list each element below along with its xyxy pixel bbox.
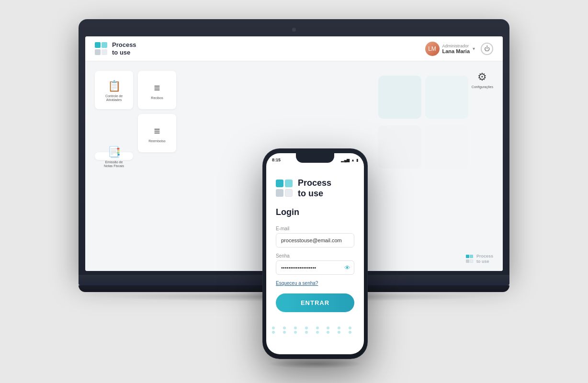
bottom-logo-line2: to use [476, 259, 493, 264]
bl-4 [470, 259, 473, 263]
phone-bottom-dots [266, 322, 364, 336]
dot-9 [272, 331, 275, 334]
forgot-password-link[interactable]: Esqueceu a senha? [276, 281, 354, 286]
pl-4 [285, 189, 293, 197]
menu-item-controle[interactable]: 📋 Controle deAtividades [95, 71, 133, 109]
logo-line1: Process [112, 41, 136, 49]
pl-3 [276, 189, 283, 197]
user-name: Lana Maria [442, 48, 470, 54]
w-sq-3 [378, 125, 421, 169]
settings-label: Configurações [472, 85, 493, 89]
password-group: Senha 👁 [276, 253, 354, 275]
bl-2 [470, 255, 473, 258]
user-info[interactable]: LM Administrador Lana Maria ▾ [425, 42, 475, 56]
menu-label-reembolso: Reembolso [148, 139, 165, 143]
dot-4 [305, 327, 308, 329]
pl-2 [285, 180, 293, 187]
logo-line2: to use [112, 49, 136, 56]
user-role: Administrador [442, 44, 470, 48]
dot-5 [316, 327, 319, 329]
watermark-icon [378, 76, 474, 171]
dot-7 [338, 327, 340, 329]
signal-icon: ▂▄▆ [341, 158, 350, 162]
dot-14 [327, 331, 329, 334]
dot-10 [283, 331, 286, 334]
email-input[interactable] [276, 233, 354, 248]
chevron-down-icon: ▾ [473, 46, 475, 51]
gear-icon: ⚙ [477, 71, 487, 83]
phone-logo-line2: to use [298, 189, 331, 199]
clipboard-icon: 📋 [108, 80, 121, 92]
dot-15 [338, 331, 340, 334]
login-title: Login [276, 207, 354, 217]
settings-button[interactable]: ⚙ Configurações [472, 71, 493, 89]
phone-logo-text: Process to use [298, 178, 331, 199]
dot-6 [327, 327, 329, 329]
bl-3 [466, 259, 469, 263]
password-wrapper: 👁 [276, 260, 354, 275]
login-button[interactable]: ENTRAR [276, 293, 354, 312]
wifi-icon: ▲ [351, 158, 355, 162]
dot-13 [316, 331, 319, 334]
reembolso-icon: ≡ [154, 125, 160, 137]
phone-logo: Process to use [276, 178, 354, 199]
phone-logo-line1: Process [298, 178, 331, 189]
dot-16 [349, 331, 351, 334]
logo-sq-2 [102, 42, 107, 48]
app-logo: Process to use [95, 41, 136, 56]
logo-sq-4 [102, 49, 107, 55]
logo-text: Process to use [112, 41, 136, 56]
pl-1 [276, 180, 283, 187]
bottom-logo-text: Process to use [476, 254, 493, 264]
w-sq-4 [425, 125, 468, 169]
phone-time: 8:15 [272, 158, 281, 162]
menu-item-reembolso[interactable]: ≡ Reembolso [138, 114, 176, 152]
list-icon: ≡ [154, 82, 160, 94]
phone-logo-icon [276, 180, 294, 198]
w-sq-1 [378, 76, 421, 119]
menu-item-notas[interactable]: 📑 Emissão deNotas Fiscais [95, 152, 133, 160]
app-watermark [378, 76, 474, 171]
logo-icon [95, 42, 108, 56]
app-header: Process to use LM Administrador Lana Mar… [85, 36, 503, 61]
menu-label-notas: Emissão deNotas Fiscais [104, 160, 124, 169]
password-label: Senha [276, 253, 354, 259]
header-right: LM Administrador Lana Maria ▾ ⏻ [425, 42, 493, 56]
logo-sq-3 [95, 49, 101, 55]
dot-2 [283, 327, 286, 329]
main-scene: Process to use LM Administrador Lana Mar… [31, 10, 557, 373]
user-details: Administrador Lana Maria [442, 44, 470, 54]
dot-1 [272, 327, 275, 329]
menu-label-controle: Controle deAtividades [105, 94, 123, 102]
menu-item-recibos[interactable]: ≡ Recibos [138, 71, 176, 109]
phone-shadow [267, 359, 363, 369]
w-sq-2 [425, 76, 468, 119]
eye-icon[interactable]: 👁 [344, 264, 351, 271]
phone-content: Process to use Login E-mail Senha [266, 167, 364, 322]
phone-notch [296, 153, 334, 163]
phone-status-bar: 8:15 ▂▄▆ ▲ ▮ [266, 153, 364, 167]
logo-sq-1 [95, 42, 101, 48]
app-bottom-logo: Process to use [466, 254, 493, 264]
battery-icon: ▮ [356, 158, 358, 162]
bl-1 [466, 255, 469, 258]
camera-bar [85, 26, 503, 34]
bottom-logo-icon [466, 255, 475, 263]
dot-8 [349, 327, 351, 329]
notes-icon: 📑 [108, 146, 121, 158]
dot-3 [294, 327, 297, 329]
email-group: E-mail [276, 226, 354, 248]
avatar: LM [425, 42, 440, 56]
menu-label-recibos: Recibos [151, 96, 163, 100]
phone-outer: 8:15 ▂▄▆ ▲ ▮ [262, 148, 368, 359]
power-button[interactable]: ⏻ [481, 43, 493, 55]
bottom-logo-line1: Process [476, 254, 493, 259]
laptop-camera [292, 28, 296, 32]
email-label: E-mail [276, 226, 354, 231]
phone-device: 8:15 ▂▄▆ ▲ ▮ [262, 148, 368, 369]
password-input[interactable] [276, 260, 354, 275]
phone-signal-area: ▂▄▆ ▲ ▮ [341, 158, 358, 162]
phone-screen: 8:15 ▂▄▆ ▲ ▮ [266, 153, 364, 354]
dot-12 [305, 331, 308, 334]
dot-11 [294, 331, 297, 334]
